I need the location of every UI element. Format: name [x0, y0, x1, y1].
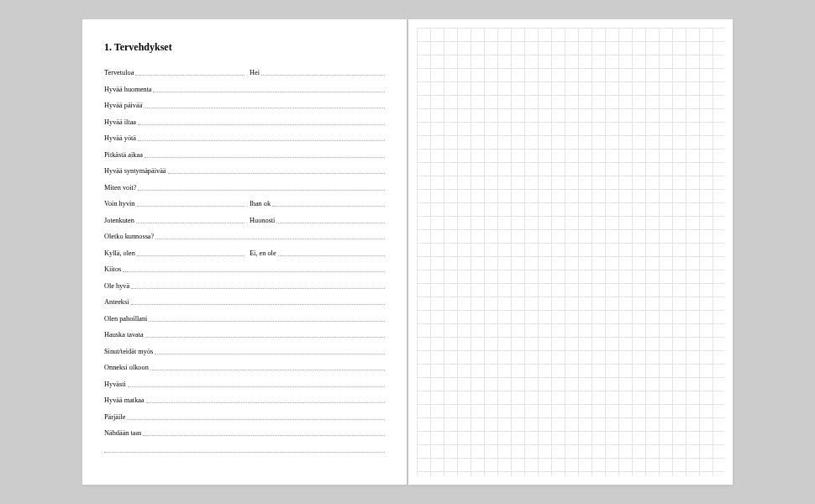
term: Hyvää päivää — [104, 102, 144, 109]
vocab-row: Pärjäile — [104, 410, 385, 421]
vocab-row: Anteeksi — [104, 295, 385, 306]
vocab-row: Hyvää syntymäpäivää — [104, 164, 385, 175]
fill-line — [137, 206, 245, 207]
fill-line — [136, 223, 244, 223]
fill-line — [138, 190, 385, 191]
term: Hyvää syntymäpäivää — [104, 167, 168, 175]
fill-line — [146, 402, 385, 403]
fill-line — [138, 124, 385, 125]
vocab-row: Voin hyvinIhan ok — [104, 197, 385, 207]
vocab-row: Hyvää yötä — [104, 131, 385, 142]
term: Olen pahoillani — [104, 315, 149, 323]
left-page: 1. Tervehdykset TervetuloaHeiHyvää huome… — [82, 19, 407, 485]
term: Kiitos — [104, 265, 123, 273]
term: Oletko kunnossa? — [104, 233, 155, 240]
grid-paper — [417, 28, 724, 476]
fill-line — [123, 271, 385, 272]
vocab-row: JotenkutenHuonosti — [104, 213, 385, 224]
fill-line — [128, 386, 385, 387]
vocab-row: Kyllä, olenEi, en ole — [104, 246, 385, 257]
fill-line — [135, 75, 244, 76]
vocab-row: Hyvää huomenta — [104, 82, 385, 93]
term: Hyvää huomenta — [104, 86, 153, 93]
pair-right: Ihan ok — [244, 200, 385, 207]
pair-left: Jotenkuten — [104, 217, 244, 224]
vocab-row: Ole hyvä — [104, 279, 385, 290]
term: Hei — [250, 69, 261, 76]
pair-left: Kyllä, olen — [104, 249, 244, 257]
fill-line — [153, 92, 385, 92]
section-title: 1. Tervehdykset — [104, 41, 385, 54]
fill-line — [278, 255, 385, 256]
pair-right: Ei, en ole — [244, 249, 385, 257]
term: Sinut/teidät myös — [104, 348, 155, 355]
term: Anteeksi — [104, 298, 131, 306]
vocab-row: Hyvää matkaa — [104, 393, 385, 404]
vocab-row: Hyvää päivää — [104, 98, 385, 109]
term: Hyvästi — [104, 381, 128, 388]
term: Kyllä, olen — [104, 249, 137, 257]
fill-line — [149, 321, 385, 322]
term: Pärjäile — [104, 413, 127, 421]
fill-line — [145, 337, 385, 338]
pair-right: Hei — [244, 69, 385, 76]
fill-line — [155, 239, 385, 239]
fill-line — [104, 452, 385, 453]
fill-line — [276, 223, 385, 223]
term: Hyvää yötä — [104, 134, 138, 142]
fill-line — [168, 173, 386, 174]
fill-line — [272, 206, 385, 207]
term: Hyvää matkaa — [104, 396, 146, 404]
fill-line — [144, 108, 385, 108]
fill-line — [261, 75, 385, 76]
vocab-row: Nähdään taas — [104, 426, 385, 437]
pair-right: Huonosti — [244, 217, 385, 224]
term: Jotenkuten — [104, 217, 136, 224]
fill-line — [137, 255, 244, 256]
term: Nähdään taas — [104, 429, 143, 437]
term: Hauska tavata — [104, 331, 145, 339]
vocab-row: Hauska tavata — [104, 328, 385, 339]
vocab-row: Hyvästi — [104, 377, 385, 388]
term: Tervetuloa — [104, 69, 135, 76]
vocab-row: Onneksi olkoon — [104, 360, 385, 371]
term: Ihan ok — [250, 200, 272, 207]
vocab-row: Miten voit? — [104, 181, 385, 192]
vocab-row: Sinut/teidät myös — [104, 344, 385, 355]
fill-line — [143, 435, 385, 436]
fill-line — [138, 140, 385, 141]
vocabulary-rows: TervetuloaHeiHyvää huomentaHyvää päivääH… — [104, 66, 385, 454]
vocab-row — [104, 443, 385, 454]
vocab-row: Kiitos — [104, 262, 385, 273]
term: Miten voit? — [104, 184, 138, 192]
term: Huonosti — [250, 217, 276, 224]
term: Pitkästä aikaa — [104, 151, 145, 159]
term: Ei, en ole — [250, 249, 278, 257]
fill-line — [150, 370, 385, 370]
pair-left: Voin hyvin — [104, 200, 244, 207]
fill-line — [127, 419, 385, 420]
term: Hyvää iltaa — [104, 118, 138, 126]
term: Ole hyvä — [104, 282, 131, 290]
right-page — [408, 19, 733, 485]
fill-line — [131, 304, 386, 305]
vocab-row: TervetuloaHei — [104, 66, 385, 76]
vocab-row: Oletko kunnossa? — [104, 229, 385, 240]
fill-line — [131, 288, 385, 289]
vocab-row: Hyvää iltaa — [104, 115, 385, 126]
fill-line — [155, 354, 385, 354]
vocab-row: Pitkästä aikaa — [104, 148, 385, 159]
page-spread: 1. Tervehdykset TervetuloaHeiHyvää huome… — [82, 19, 733, 485]
fill-line — [145, 157, 385, 158]
vocab-row: Olen pahoillani — [104, 312, 385, 323]
pair-left: Tervetuloa — [104, 69, 244, 76]
term: Onneksi olkoon — [104, 364, 150, 371]
term: Voin hyvin — [104, 200, 137, 207]
